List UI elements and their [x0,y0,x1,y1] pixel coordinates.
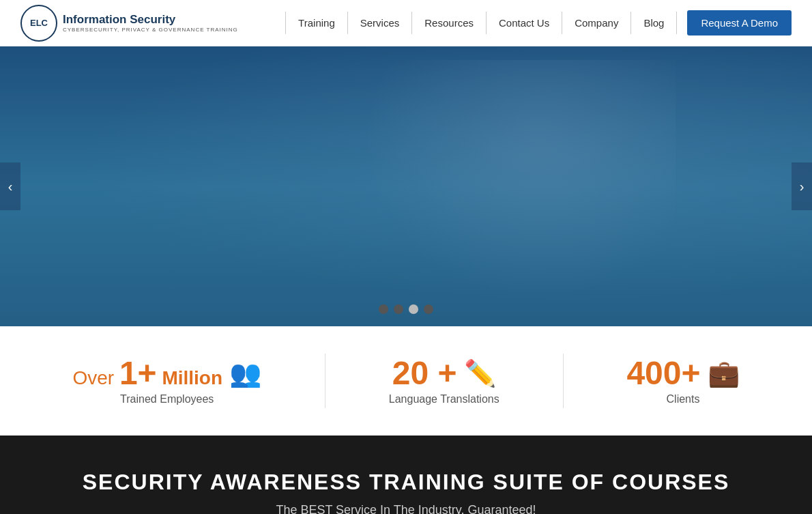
hero-overlay [0,46,812,326]
stat-clients-number-row: 400+ 💼 [626,357,739,390]
slider-next-button[interactable]: › [792,162,812,210]
cta-section: SECURITY AWARENESS TRAINING SUITE OF COU… [0,436,812,514]
chevron-left-icon: ‹ [8,179,13,195]
main-nav: Training Services Resources Contact Us C… [285,10,792,35]
nav-blog[interactable]: Blog [631,12,677,34]
logo-text: Information Security CYBERSECURITY, PRIV… [63,13,238,33]
slider-dot-4[interactable] [424,304,433,314]
stat-translations-label: Language Translations [389,393,499,405]
stat-divider-1 [325,354,325,408]
stat-employees-suffix: Million [157,367,222,388]
translations-icon: ✏️ [464,358,496,388]
stat-employees-label: Trained Employees [120,393,214,405]
stat-translations: 20 + ✏️ Language Translations [389,357,499,405]
nav-resources[interactable]: Resources [412,12,487,34]
stat-clients-label: Clients [667,393,700,405]
logo-sub-text: CYBERSECURITY, PRIVACY & GOVERNANCE TRAI… [63,27,238,33]
slider-dots [379,304,433,314]
slider-dot-1[interactable] [379,304,388,314]
cta-subtitle: The BEST Service In The Industry, Guaran… [276,503,536,514]
employees-icon: 👥 [229,358,261,388]
stats-section: Over 1+ Million 👥 Trained Employees 20 +… [0,326,812,436]
stat-employees-number: Over 1+ Million [72,357,222,390]
hero-slider: ‹ › [0,46,812,326]
cta-title: SECURITY AWARENESS TRAINING SUITE OF COU… [83,470,730,495]
request-demo-button[interactable]: Request A Demo [687,10,792,35]
clients-icon: 💼 [708,358,740,388]
stat-employees: Over 1+ Million 👥 Trained Employees [72,357,261,405]
nav-company[interactable]: Company [562,12,631,34]
site-header: ELC Information Security CYBERSECURITY, … [0,0,812,46]
logo: ELC Information Security CYBERSECURITY, … [20,5,238,42]
stat-clients: 400+ 💼 Clients [626,357,739,405]
logo-circle-text: ELC [30,18,48,28]
slider-prev-button[interactable]: ‹ [0,162,20,210]
stat-employees-number-row: Over 1+ Million 👥 [72,357,261,390]
stat-divider-2 [563,354,564,408]
stat-translations-number: 20 + [392,357,457,390]
nav-training[interactable]: Training [285,12,348,34]
chevron-right-icon: › [800,179,804,195]
stat-employees-value: 1+ [119,355,157,391]
logo-circle: ELC [20,5,57,42]
stat-clients-number: 400+ [626,357,700,390]
logo-main-text: Information Security [63,13,238,27]
nav-services[interactable]: Services [348,12,413,34]
stat-employees-prefix: Over [72,367,119,388]
slider-dot-2[interactable] [394,304,403,314]
nav-contact[interactable]: Contact Us [487,12,562,34]
slider-dot-3[interactable] [409,304,418,314]
stat-translations-number-row: 20 + ✏️ [392,357,496,390]
